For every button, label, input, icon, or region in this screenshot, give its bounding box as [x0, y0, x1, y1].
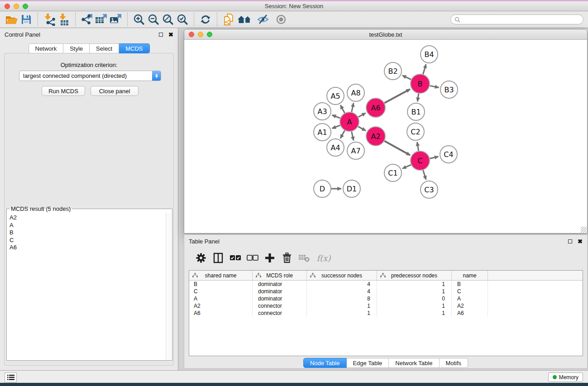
column-header-mcds-role[interactable]: MCDS role	[253, 271, 307, 280]
table-cell[interactable]: 1	[307, 310, 377, 317]
table-cell[interactable]: 1	[377, 288, 452, 295]
tab-style[interactable]: Style	[63, 43, 90, 53]
table-cell[interactable]: dominator	[253, 288, 307, 295]
graph-edge[interactable]	[417, 94, 419, 101]
table-cell[interactable]: A	[189, 295, 253, 302]
graph-edge[interactable]	[402, 165, 411, 169]
graph-node[interactable]: B4	[421, 46, 438, 63]
zoom-selected-button[interactable]	[175, 13, 190, 26]
table-cell[interactable]: 4	[307, 288, 377, 295]
deselect-all-columns-button[interactable]	[244, 250, 261, 266]
graph-edge[interactable]	[340, 105, 345, 113]
graph-node[interactable]: D1	[343, 180, 360, 197]
function-builder-button[interactable]: f(x)	[313, 250, 335, 266]
memory-button[interactable]: Memory	[548, 372, 583, 382]
task-history-button[interactable]	[5, 372, 17, 382]
graph-node[interactable]: B3	[440, 81, 458, 98]
table-row[interactable]: A2connector11A2	[189, 302, 583, 310]
mcds-result-item[interactable]: A6	[10, 244, 172, 252]
table-cell[interactable]: connector	[253, 302, 307, 310]
graph-edge[interactable]	[384, 89, 410, 103]
column-header-name[interactable]: name	[452, 271, 488, 280]
mcds-result-item[interactable]: A2	[10, 214, 172, 222]
graph-node[interactable]: C4	[440, 146, 457, 163]
graph-node[interactable]: B1	[407, 103, 425, 120]
delete-table-button[interactable]	[296, 250, 313, 266]
graph-edge[interactable]	[358, 127, 366, 131]
network-canvas[interactable]: B4B2BB3A5A8A6A3AB1A1A2C2A4A7C4CC1DD1C3	[184, 40, 587, 233]
graph-node[interactable]: C1	[384, 164, 402, 181]
tab-node-table[interactable]: Node Table	[303, 358, 347, 368]
table-row[interactable]: Cdominator41C	[189, 288, 583, 295]
table-cell[interactable]: C	[452, 288, 488, 295]
table-cell[interactable]: A6	[189, 310, 253, 317]
graph-edge[interactable]	[332, 115, 340, 118]
zoom-fit-button[interactable]	[161, 13, 175, 26]
graph-edge[interactable]	[402, 76, 411, 80]
graph-node[interactable]: A3	[314, 103, 331, 120]
table-cell[interactable]: 1	[377, 281, 452, 288]
table-cell[interactable]: B	[452, 281, 488, 288]
mcds-result-item[interactable]: A	[10, 222, 172, 229]
close-panel-icon[interactable]: ✖	[168, 32, 173, 38]
window-resize-grip[interactable]	[581, 227, 587, 233]
graph-edge[interactable]	[332, 125, 340, 129]
mcds-result-scrollbar[interactable]	[166, 213, 172, 360]
table-cell[interactable]: A2	[452, 302, 488, 310]
graph-node[interactable]: A2	[366, 127, 385, 146]
hide-panels-button[interactable]	[254, 13, 272, 26]
column-header-predecessor-nodes[interactable]: predecessor nodes	[377, 271, 452, 280]
graph-node[interactable]: C2	[407, 123, 424, 140]
table-settings-button[interactable]	[192, 250, 210, 266]
table-cell[interactable]: dominator	[253, 295, 307, 302]
table-cell[interactable]: 0	[377, 295, 452, 302]
graph-edge[interactable]	[358, 113, 366, 117]
run-mcds-button[interactable]: Run MCDS	[42, 86, 85, 96]
table-cell[interactable]: connector	[253, 310, 307, 317]
tab-motifs[interactable]: Motifs	[439, 358, 468, 368]
graph-edge[interactable]	[423, 170, 426, 180]
graph-edge[interactable]	[352, 103, 354, 112]
graph-node[interactable]: A7	[347, 142, 364, 159]
tab-network[interactable]: Network	[28, 43, 63, 53]
graph-edge[interactable]	[423, 64, 426, 74]
import-network-button[interactable]	[42, 13, 57, 26]
table-cell[interactable]: A2	[189, 302, 253, 310]
float-panel-icon[interactable]	[159, 33, 163, 37]
home-button[interactable]	[236, 13, 254, 26]
import-table-button[interactable]	[57, 13, 71, 26]
column-header-shared-name[interactable]: shared name	[189, 271, 253, 280]
table-cell[interactable]: 1	[307, 302, 377, 310]
zoom-in-button[interactable]	[132, 13, 146, 26]
table-cell[interactable]: A6	[452, 310, 488, 317]
table-cell[interactable]: C	[189, 288, 253, 295]
tab-edge-table[interactable]: Edge Table	[346, 358, 389, 368]
graph-edge[interactable]	[384, 141, 410, 155]
table-cell[interactable]: A	[452, 295, 488, 302]
column-header-successor-nodes[interactable]: successor nodes	[307, 271, 377, 280]
table-cell[interactable]: dominator	[253, 281, 307, 288]
save-session-button[interactable]	[19, 13, 33, 26]
create-column-button[interactable]	[261, 250, 278, 266]
graph-node[interactable]: A6	[366, 98, 385, 117]
optimization-select[interactable]: largest connected component (directed)	[19, 71, 161, 81]
graph-node[interactable]: A	[340, 112, 359, 131]
search-input[interactable]	[463, 16, 579, 23]
delete-column-button[interactable]	[278, 250, 296, 266]
toggle-panel-layout-button[interactable]	[210, 250, 227, 266]
graph-node[interactable]: D	[314, 180, 331, 197]
tab-mcds[interactable]: MCDS	[119, 43, 149, 53]
table-row[interactable]: Bdominator41B	[189, 281, 583, 288]
table-row[interactable]: A6connector11A6	[189, 310, 583, 317]
tab-select[interactable]: Select	[90, 43, 119, 53]
graph-edge[interactable]	[340, 130, 345, 138]
search-field[interactable]	[450, 14, 583, 24]
close-table-panel-icon[interactable]: ✖	[578, 238, 583, 244]
close-panel-button[interactable]: Close panel	[91, 86, 139, 96]
table-cell[interactable]: 8	[307, 295, 377, 302]
float-table-panel-icon[interactable]	[568, 239, 572, 243]
graph-node[interactable]: C	[411, 151, 430, 170]
tab-network-table[interactable]: Network Table	[389, 358, 439, 368]
export-image-button[interactable]	[109, 13, 123, 26]
show-panels-button[interactable]	[272, 13, 290, 26]
